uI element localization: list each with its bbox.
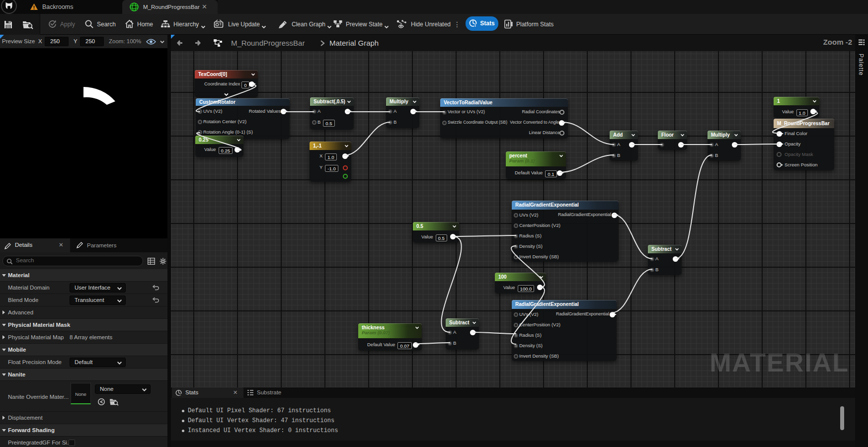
svg-text:i: i [180,393,180,396]
svg-text:i: i [475,23,476,27]
